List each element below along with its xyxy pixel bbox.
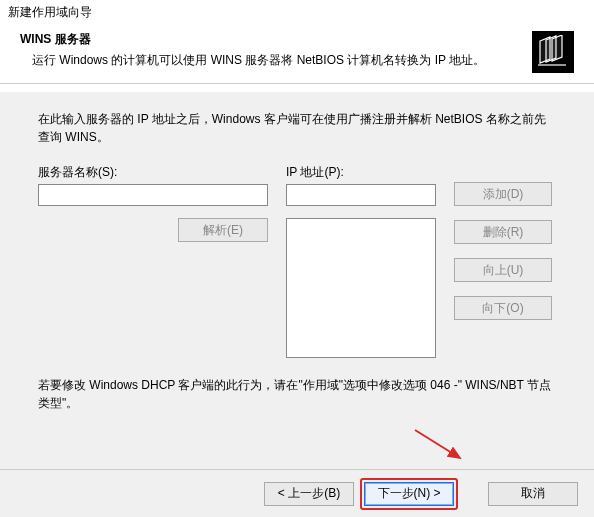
resolve-button[interactable]: 解析(E) (178, 218, 268, 242)
server-name-input[interactable] (38, 184, 268, 206)
wizard-footer: < 上一步(B) 下一步(N) > 取消 (0, 469, 594, 517)
move-down-button[interactable]: 向下(O) (454, 296, 552, 320)
wins-server-icon (532, 31, 574, 73)
back-button[interactable]: < 上一步(B) (264, 482, 354, 506)
window-title: 新建作用域向导 (0, 0, 594, 25)
add-button[interactable]: 添加(D) (454, 182, 552, 206)
header-description: 运行 Windows 的计算机可以使用 WINS 服务器将 NetBIOS 计算… (20, 52, 574, 69)
next-button[interactable]: 下一步(N) > (364, 482, 454, 506)
ip-address-listbox[interactable] (286, 218, 436, 358)
remove-button[interactable]: 删除(R) (454, 220, 552, 244)
header-title: WINS 服务器 (20, 31, 574, 48)
next-button-highlight: 下一步(N) > (360, 478, 458, 510)
move-up-button[interactable]: 向上(U) (454, 258, 552, 282)
note-text: 若要修改 Windows DHCP 客户端的此行为，请在"作用域"选项中修改选项… (38, 376, 556, 412)
ip-address-input[interactable] (286, 184, 436, 206)
server-name-label: 服务器名称(S): (38, 164, 268, 181)
wizard-header: WINS 服务器 运行 Windows 的计算机可以使用 WINS 服务器将 N… (0, 25, 594, 84)
wizard-body: 在此输入服务器的 IP 地址之后，Windows 客户端可在使用广播注册并解析 … (0, 92, 594, 469)
cancel-button[interactable]: 取消 (488, 482, 578, 506)
intro-text: 在此输入服务器的 IP 地址之后，Windows 客户端可在使用广播注册并解析 … (38, 110, 556, 146)
ip-address-label: IP 地址(P): (286, 164, 436, 181)
